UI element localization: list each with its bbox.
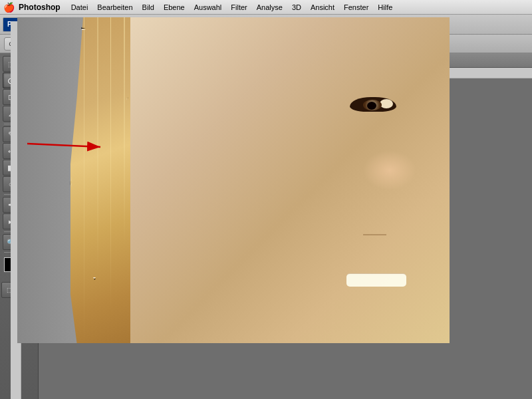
- nose-region: [363, 223, 396, 250]
- photo-background: [39, 53, 450, 343]
- svg-line-1: [39, 144, 100, 147]
- face-skin: [130, 53, 450, 343]
- eye-region: [350, 97, 430, 120]
- canvas-viewport: [39, 53, 532, 399]
- canvas-container: bearbeitet2.psd bei 66,7% (Farbfüllung 1…: [39, 53, 532, 399]
- mouth-region: [336, 273, 416, 297]
- photo-canvas[interactable]: [39, 53, 450, 343]
- cheek-highlight: [363, 150, 416, 190]
- annotation-arrow-svg: [39, 117, 134, 170]
- document-area: ⬚ ✛ ⊙ ▾ ⌀ ⊡ ◫ ⊿ ⊸ ✎ ⊕ ↩ ⬜ ◧ ⬓: [0, 53, 532, 399]
